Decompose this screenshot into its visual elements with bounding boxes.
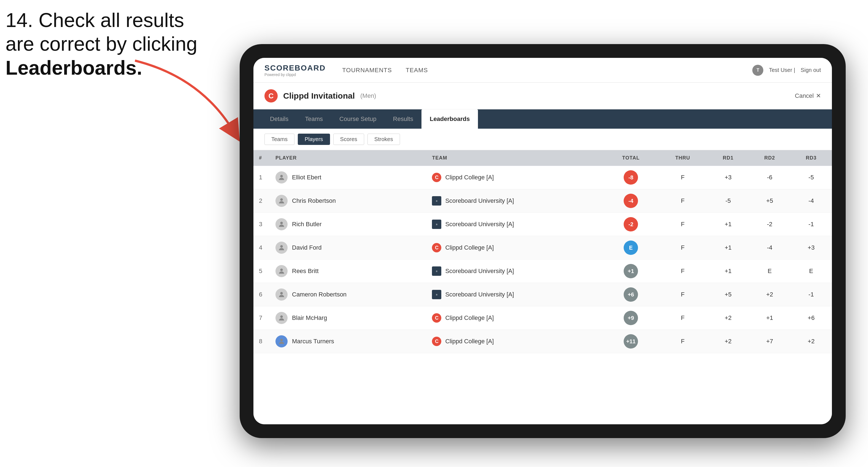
total-cell: -4 — [604, 189, 658, 213]
player-name: Rich Butler — [292, 221, 322, 228]
total-cell: +6 — [604, 283, 658, 306]
rd2-cell: E — [749, 259, 790, 283]
total-cell: +1 — [604, 259, 658, 283]
filter-scores[interactable]: Scores — [333, 134, 364, 145]
team-name: Scoreboard University [A] — [445, 291, 514, 298]
thru-cell: F — [658, 213, 707, 236]
team-icon-sb: ≡ — [432, 267, 441, 276]
total-cell: -2 — [604, 213, 658, 236]
team-cell: C Clippd College [A] — [427, 306, 603, 330]
nav-tournaments[interactable]: TOURNAMENTS — [342, 67, 392, 74]
tab-teams[interactable]: Teams — [297, 110, 331, 129]
player-name: Rees Britt — [292, 268, 319, 275]
filter-players[interactable]: Players — [298, 134, 330, 145]
rd2-cell: +7 — [749, 330, 790, 353]
rd1-cell: +1 — [707, 236, 749, 259]
player-cell: Marcus Turners — [270, 330, 427, 353]
score-badge: -2 — [624, 217, 638, 231]
tab-bar: Details Teams Course Setup Results Leade… — [253, 110, 832, 129]
player-avatar — [276, 335, 287, 347]
svg-point-5 — [280, 292, 283, 294]
tournament-tag: (Men) — [360, 92, 376, 99]
total-cell: -8 — [604, 166, 658, 189]
tab-course-setup[interactable]: Course Setup — [331, 110, 385, 129]
logo-sub: Powered by clippd — [265, 72, 326, 77]
tournament-title-row: C Clippd Invitational (Men) — [265, 89, 376, 102]
player-cell: Chris Robertson — [270, 189, 427, 213]
team-cell: ≡ Scoreboard University [A] — [427, 283, 603, 306]
tablet-device: SCOREBOARD Powered by clippd TOURNAMENTS… — [240, 44, 846, 438]
rd1-cell: +3 — [707, 166, 749, 189]
svg-point-0 — [280, 175, 283, 178]
tab-leaderboards[interactable]: Leaderboards — [422, 110, 478, 129]
instruction-text: 14. Check all results are correct by cli… — [5, 8, 197, 80]
player-name: David Ford — [292, 244, 322, 251]
rd1-cell: +2 — [707, 306, 749, 330]
team-cell: C Clippd College [A] — [427, 236, 603, 259]
total-cell: E — [604, 236, 658, 259]
team-cell: C Clippd College [A] — [427, 330, 603, 353]
rank-cell: 8 — [253, 330, 270, 353]
team-icon-sb: ≡ — [432, 196, 441, 206]
svg-point-4 — [280, 269, 283, 271]
rd1-cell: +2 — [707, 330, 749, 353]
tournament-header: C Clippd Invitational (Men) Cancel ✕ — [253, 83, 832, 110]
rd3-cell: -1 — [790, 213, 832, 236]
table-row: 3 Rich Butler ≡ Scoreboard University [A… — [253, 213, 832, 236]
thru-cell: F — [658, 259, 707, 283]
col-player: PLAYER — [270, 150, 427, 166]
rd1-cell: -5 — [707, 189, 749, 213]
table-row: 1 Elliot Ebert C Clippd College [A] -8 F… — [253, 166, 832, 189]
team-cell: ≡ Scoreboard University [A] — [427, 213, 603, 236]
tournament-name: Clippd Invitational — [283, 91, 355, 100]
user-avatar: T — [752, 65, 763, 76]
rd1-cell: +1 — [707, 259, 749, 283]
rd2-cell: -4 — [749, 236, 790, 259]
col-thru: THRU — [658, 150, 707, 166]
tab-details[interactable]: Details — [262, 110, 297, 129]
table-row: 2 Chris Robertson ≡ Scoreboard Universit… — [253, 189, 832, 213]
user-name: Test User | — [769, 67, 795, 73]
logo-area: SCOREBOARD Powered by clippd — [265, 64, 326, 77]
table-row: 4 David Ford C Clippd College [A] E F +1… — [253, 236, 832, 259]
thru-cell: F — [658, 189, 707, 213]
rd2-cell: +1 — [749, 306, 790, 330]
total-cell: +11 — [604, 330, 658, 353]
table-row: 6 Cameron Robertson ≡ Scoreboard Univers… — [253, 283, 832, 306]
filter-teams[interactable]: Teams — [265, 134, 294, 145]
rd3-cell: +3 — [790, 236, 832, 259]
player-avatar — [276, 172, 287, 184]
rank-cell: 3 — [253, 213, 270, 236]
team-name: Scoreboard University [A] — [445, 221, 514, 228]
rd3-cell: -5 — [790, 166, 832, 189]
rank-cell: 1 — [253, 166, 270, 189]
col-total: TOTAL — [604, 150, 658, 166]
nav-teams[interactable]: TEAMS — [406, 67, 428, 74]
rd3-cell: +2 — [790, 330, 832, 353]
thru-cell: F — [658, 306, 707, 330]
cancel-button[interactable]: Cancel ✕ — [795, 92, 821, 99]
thru-cell: F — [658, 166, 707, 189]
team-icon-sb: ≡ — [432, 220, 441, 229]
team-name: Scoreboard University [A] — [445, 197, 514, 205]
team-icon-clippd: C — [432, 243, 441, 252]
score-badge: +1 — [624, 264, 638, 278]
player-name: Marcus Turners — [292, 338, 334, 345]
score-badge: -8 — [624, 170, 638, 185]
player-avatar — [276, 288, 287, 301]
sign-out-link[interactable]: Sign out — [801, 67, 821, 73]
nav-links: TOURNAMENTS TEAMS — [342, 67, 752, 74]
tablet-screen: SCOREBOARD Powered by clippd TOURNAMENTS… — [253, 58, 832, 424]
team-cell: ≡ Scoreboard University [A] — [427, 189, 603, 213]
score-badge: +9 — [624, 311, 638, 325]
tab-results[interactable]: Results — [385, 110, 422, 129]
filter-strokes[interactable]: Strokes — [368, 134, 400, 145]
svg-point-2 — [280, 222, 283, 224]
table-header-row: # PLAYER TEAM TOTAL THRU RD1 RD2 RD3 — [253, 150, 832, 166]
player-avatar — [276, 265, 287, 277]
rd3-cell: E — [790, 259, 832, 283]
team-name: Clippd College [A] — [445, 338, 494, 345]
player-cell: Rich Butler — [270, 213, 427, 236]
rd1-cell: +1 — [707, 213, 749, 236]
svg-point-7 — [280, 339, 283, 341]
